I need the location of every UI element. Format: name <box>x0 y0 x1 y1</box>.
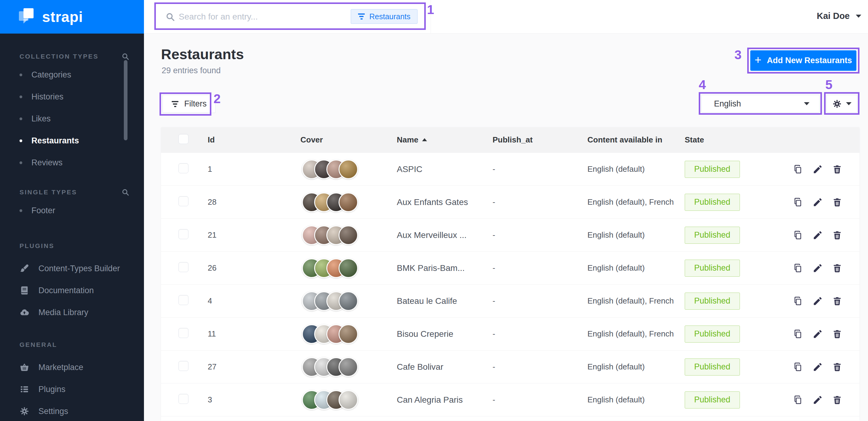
cell-id: 11 <box>208 329 301 339</box>
delete-icon[interactable] <box>832 164 842 175</box>
row-checkbox[interactable] <box>179 328 188 338</box>
user-menu[interactable]: Kai Doe <box>817 11 861 21</box>
cell-id: 4 <box>208 296 301 306</box>
table-row[interactable]: 4 Bateau le Calife - English (default), … <box>161 284 860 317</box>
duplicate-icon[interactable] <box>793 395 803 405</box>
entries-count: 29 entries found <box>162 66 221 76</box>
cover-thumb <box>339 390 358 410</box>
sidebar-item-plugins[interactable]: Plugins <box>0 378 144 400</box>
cell-publish-at: - <box>493 296 587 306</box>
column-header-id[interactable]: Id <box>208 135 301 145</box>
cell-id: 21 <box>208 230 301 240</box>
select-all-checkbox[interactable] <box>179 134 188 144</box>
user-name: Kai Doe <box>817 11 850 21</box>
strapi-logo-icon <box>19 8 35 26</box>
column-header-cover[interactable]: Cover <box>301 135 397 145</box>
sidebar-item-categories[interactable]: Categories <box>0 64 144 86</box>
column-header-content-available-in[interactable]: Content available in <box>587 135 685 145</box>
row-checkbox[interactable] <box>179 295 188 305</box>
cell-locales: English (default) <box>587 362 685 371</box>
sidebar-item-likes[interactable]: Likes <box>0 108 144 130</box>
top-bar: Search for an entry... Restaurants Kai D… <box>144 0 868 34</box>
list-icon <box>20 384 29 394</box>
row-checkbox[interactable] <box>179 196 188 206</box>
sidebar-item-restaurants[interactable]: Restaurants <box>0 130 144 152</box>
row-checkbox[interactable] <box>179 361 188 371</box>
column-header-publish-at[interactable]: Publish_at <box>493 135 587 145</box>
edit-icon[interactable] <box>812 230 823 240</box>
table-row[interactable]: 11 Bisou Creperie - English (default), F… <box>161 317 860 350</box>
cover-thumbnails <box>302 291 397 311</box>
section-title: GENERAL <box>20 341 57 349</box>
table-row[interactable]: 26 BMK Paris-Bam... - English (default) … <box>161 251 860 284</box>
section-title: PLUGINS <box>20 242 54 249</box>
locale-select[interactable]: English <box>702 95 819 113</box>
sidebar-item-label: Reviews <box>31 158 63 168</box>
delete-icon[interactable] <box>832 362 842 372</box>
bullet-icon <box>20 140 22 142</box>
duplicate-icon[interactable] <box>793 263 803 273</box>
table-row[interactable]: 28 Aux Enfants Gates - English (default)… <box>161 185 860 218</box>
sidebar-item-content-types-builder[interactable]: Content-Types Builder <box>0 258 144 279</box>
sidebar-item-footer[interactable]: Footer <box>0 200 144 221</box>
table-row[interactable]: 27 Cafe Bolivar - English (default) Publ… <box>161 350 860 383</box>
sidebar-item-label: Content-Types Builder <box>38 264 120 273</box>
edit-icon[interactable] <box>812 164 823 175</box>
sidebar-item-reviews[interactable]: Reviews <box>0 152 144 174</box>
book-icon <box>20 285 29 295</box>
duplicate-icon[interactable] <box>793 164 803 175</box>
collection-filter-chip[interactable]: Restaurants <box>351 9 417 24</box>
filters-button[interactable]: Filters <box>162 95 216 113</box>
delete-icon[interactable] <box>832 329 842 339</box>
table-row[interactable]: 1 ASPIC - English (default) Published <box>161 153 860 185</box>
table-row[interactable]: 21 Aux Merveilleux ... - English (defaul… <box>161 218 860 251</box>
sidebar-item-histories[interactable]: Histories <box>0 86 144 108</box>
column-header-name[interactable]: Name <box>397 135 493 145</box>
search-icon[interactable] <box>121 188 129 196</box>
add-new-restaurants-button[interactable]: + Add New Restaurants <box>750 50 857 71</box>
view-settings-button[interactable] <box>827 95 857 113</box>
cell-publish-at: - <box>493 230 587 240</box>
row-checkbox[interactable] <box>179 262 188 272</box>
edit-icon[interactable] <box>812 197 823 207</box>
row-checkbox[interactable] <box>179 163 188 173</box>
sidebar-item-label: Categories <box>31 70 71 80</box>
search-icon[interactable] <box>121 53 129 60</box>
status-badge: Published <box>685 391 740 409</box>
cell-name: Can Alegria Paris <box>397 395 493 405</box>
delete-icon[interactable] <box>832 230 842 240</box>
cell-locales: English (default), French <box>587 198 685 207</box>
row-checkbox[interactable] <box>179 394 188 404</box>
sidebar-item-settings[interactable]: Settings <box>0 400 144 421</box>
sidebar-item-media-library[interactable]: Media Library <box>0 301 144 323</box>
column-header-state[interactable]: State <box>685 135 860 145</box>
table-row[interactable]: 3 Can Alegria Paris - English (default) … <box>161 383 860 416</box>
duplicate-icon[interactable] <box>793 362 803 372</box>
search-input[interactable]: Search for an entry... <box>179 12 343 22</box>
duplicate-icon[interactable] <box>793 230 803 240</box>
edit-icon[interactable] <box>812 263 823 273</box>
sidebar-item-documentation[interactable]: Documentation <box>0 279 144 301</box>
strapi-logo[interactable]: strapi <box>0 0 144 34</box>
gear-icon <box>832 99 842 109</box>
duplicate-icon[interactable] <box>793 329 803 339</box>
edit-icon[interactable] <box>812 362 823 372</box>
cell-id: 1 <box>208 164 301 174</box>
duplicate-icon[interactable] <box>793 197 803 207</box>
edit-icon[interactable] <box>812 395 823 405</box>
delete-icon[interactable] <box>832 197 842 207</box>
cell-locales: English (default), French <box>587 329 685 339</box>
bullet-icon <box>20 73 22 76</box>
delete-icon[interactable] <box>832 296 842 306</box>
cover-thumbnails <box>302 324 397 344</box>
sidebar-item-marketplace[interactable]: Marketplace <box>0 356 144 378</box>
row-checkbox[interactable] <box>179 229 188 239</box>
delete-icon[interactable] <box>832 395 842 405</box>
cell-publish-at: - <box>493 395 587 404</box>
edit-icon[interactable] <box>812 329 823 339</box>
cell-locales: English (default) <box>587 230 685 240</box>
edit-icon[interactable] <box>812 296 823 306</box>
duplicate-icon[interactable] <box>793 296 803 306</box>
delete-icon[interactable] <box>832 263 842 273</box>
sort-asc-icon <box>422 138 427 141</box>
